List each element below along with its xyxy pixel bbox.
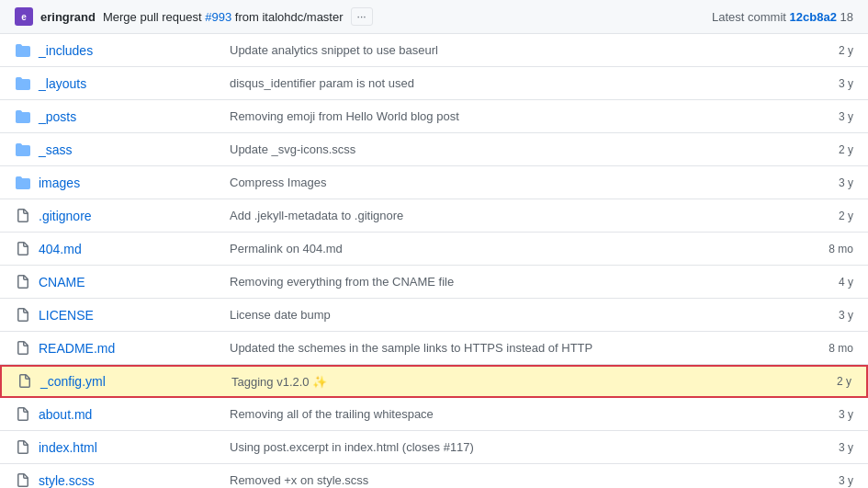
- file-time: 2 y: [789, 143, 853, 156]
- file-time: 3 y: [789, 408, 853, 421]
- file-name-link[interactable]: _sass: [39, 142, 73, 157]
- file-time: 2 y: [789, 44, 853, 57]
- commit-info: Latest commit 12cb8a2 18: [712, 10, 853, 24]
- table-row: _sassUpdate _svg-icons.scss2 y: [0, 133, 868, 166]
- file-icon: [15, 241, 31, 257]
- file-time: 3 y: [789, 77, 853, 90]
- file-message: Removing all of the trailing whitespace: [222, 407, 789, 421]
- file-message: Removing emoji from Hello World blog pos…: [222, 109, 789, 123]
- folder-icon: [15, 75, 31, 92]
- table-row: _layoutsdisqus_identifier param is not u…: [0, 67, 868, 100]
- top-bar: e eringrand Merge pull request #993 from…: [0, 0, 868, 34]
- file-icon: [15, 307, 31, 323]
- file-icon: [15, 208, 31, 224]
- file-message: Tagging v1.2.0 ✨: [224, 375, 787, 389]
- file-message: Using post.excerpt in index.html (closes…: [222, 440, 789, 454]
- file-time: 3 y: [789, 176, 853, 189]
- file-name-link[interactable]: _config.yml: [40, 374, 106, 389]
- file-icon: [15, 472, 31, 489]
- file-time: 3 y: [789, 110, 853, 123]
- table-row: .gitignoreAdd .jekyll-metadata to .gitig…: [0, 199, 868, 233]
- file-time: 3 y: [789, 309, 853, 322]
- file-message: Update analytics snippet to use baseurl: [222, 43, 789, 57]
- file-icon: [15, 406, 31, 423]
- table-row: about.mdRemoving all of the trailing whi…: [0, 398, 868, 431]
- avatar: e: [15, 7, 33, 26]
- file-name-link[interactable]: images: [39, 176, 80, 190]
- table-row: LICENSELicense date bump3 y: [0, 299, 868, 332]
- table-row: 404.mdPermalink on 404.md8 mo: [0, 233, 868, 266]
- file-time: 2 y: [787, 375, 851, 388]
- file-message: License date bump: [222, 308, 789, 322]
- commit-hash-link[interactable]: 12cb8a2: [790, 10, 837, 24]
- file-name-link[interactable]: 404.md: [39, 242, 82, 256]
- file-icon: [17, 373, 33, 390]
- file-message: Permalink on 404.md: [222, 242, 789, 255]
- folder-icon: [15, 108, 31, 125]
- table-row: README.mdUpdated the schemes in the samp…: [0, 332, 868, 365]
- file-icon: [15, 439, 31, 456]
- folder-icon: [15, 175, 31, 191]
- ellipsis-button[interactable]: ···: [351, 7, 373, 26]
- folder-icon: [15, 142, 31, 158]
- file-time: 3 y: [789, 474, 853, 487]
- pr-link[interactable]: #993: [205, 10, 231, 24]
- file-message: Add .jekyll-metadata to .gitignore: [222, 209, 789, 222]
- file-name-link[interactable]: _layouts: [39, 76, 86, 91]
- file-name-link[interactable]: .gitignore: [39, 209, 92, 223]
- file-message: Removing everything from the CNAME file: [222, 275, 789, 289]
- table-row: _includesUpdate analytics snippet to use…: [0, 34, 868, 67]
- folder-icon: [15, 42, 31, 59]
- file-message: Update _svg-icons.scss: [222, 142, 789, 156]
- file-list: _includesUpdate analytics snippet to use…: [0, 34, 868, 488]
- file-time: 8 mo: [789, 342, 853, 355]
- file-message: Compress Images: [222, 176, 789, 189]
- file-message: Updated the schemes in the sample links …: [222, 341, 789, 355]
- commit-message: Merge pull request #993 from italohdc/ma…: [103, 10, 344, 24]
- file-name-link[interactable]: style.scss: [39, 473, 95, 488]
- table-row: _postsRemoving emoji from Hello World bl…: [0, 100, 868, 133]
- file-icon: [15, 274, 31, 290]
- file-message: Removed +x on style.scss: [222, 473, 789, 487]
- file-time: 3 y: [789, 441, 853, 454]
- file-name-link[interactable]: _posts: [39, 109, 76, 124]
- file-icon: [15, 340, 31, 357]
- file-name-link[interactable]: _includes: [39, 43, 93, 58]
- file-time: 2 y: [789, 210, 853, 222]
- file-time: 4 y: [789, 276, 853, 289]
- file-name-link[interactable]: about.md: [39, 407, 92, 422]
- file-name-link[interactable]: index.html: [39, 440, 97, 455]
- username[interactable]: eringrand: [40, 10, 96, 24]
- table-row: style.scssRemoved +x on style.scss3 y: [0, 464, 868, 488]
- file-name-link[interactable]: LICENSE: [39, 308, 94, 323]
- file-time: 8 mo: [789, 243, 853, 255]
- table-row: index.htmlUsing post.excerpt in index.ht…: [0, 431, 868, 464]
- table-row: imagesCompress Images3 y: [0, 166, 868, 199]
- file-name-link[interactable]: CNAME: [39, 275, 85, 289]
- table-row: _config.ymlTagging v1.2.0 ✨2 y: [0, 365, 868, 398]
- file-name-link[interactable]: README.md: [39, 341, 115, 356]
- file-message: disqus_identifier param is not used: [222, 76, 789, 90]
- table-row: CNAMERemoving everything from the CNAME …: [0, 266, 868, 299]
